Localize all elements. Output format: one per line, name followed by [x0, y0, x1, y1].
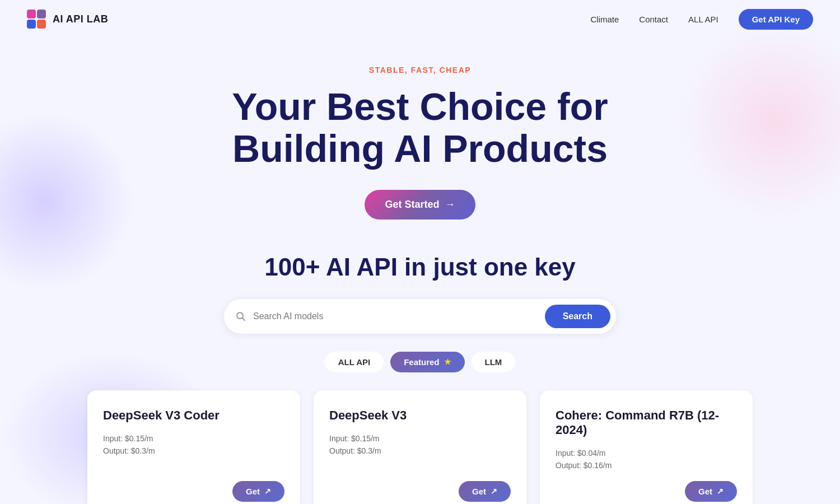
card-title-2: Cohere: Command R7B (12-2024)	[556, 408, 737, 437]
svg-rect-1	[37, 10, 46, 18]
hero-title: Your Best Choice for Building AI Product…	[13, 86, 827, 170]
svg-line-5	[242, 318, 245, 320]
card-pricing-1: Input: $0.15/m Output: $0.3/m	[329, 434, 511, 455]
card-get-button-2[interactable]: Get ↗	[685, 481, 737, 502]
filter-tabs: ALL API Featured ★ LLM	[0, 352, 840, 372]
logo[interactable]: AI API LAB	[27, 10, 108, 30]
search-input[interactable]	[253, 311, 545, 321]
card-get-button-1[interactable]: Get ↗	[459, 481, 511, 502]
card-input-price-0: Input: $0.15/m	[103, 434, 284, 443]
svg-rect-3	[37, 20, 46, 29]
search-button[interactable]: Search	[545, 305, 610, 328]
arrow-icon-1: ↗	[491, 487, 497, 496]
logo-text: AI API LAB	[53, 13, 108, 25]
tab-llm[interactable]: LLM	[472, 352, 516, 372]
card-input-price-1: Input: $0.15/m	[329, 434, 511, 443]
card-pricing-2: Input: $0.04/m Output: $0.16/m	[556, 449, 737, 470]
arrow-icon-0: ↗	[264, 487, 271, 496]
card-deepseek-v3: DeepSeek V3 Input: $0.15/m Output: $0.3/…	[314, 390, 526, 504]
tab-featured[interactable]: Featured ★	[390, 352, 464, 372]
card-output-price-2: Output: $0.16/m	[556, 461, 737, 470]
card-cohere: Cohere: Command R7B (12-2024) Input: $0.…	[540, 390, 753, 504]
hero-section: STABLE, FAST, CHEAP Your Best Choice for…	[0, 39, 840, 242]
hero-tagline: STABLE, FAST, CHEAP	[13, 66, 827, 74]
svg-rect-0	[27, 10, 36, 18]
card-get-button-0[interactable]: Get ↗	[232, 481, 284, 502]
arrow-icon-2: ↗	[717, 487, 724, 496]
nav-contact[interactable]: Contact	[639, 15, 668, 24]
get-api-key-button[interactable]: Get API Key	[739, 9, 813, 30]
cards-container: DeepSeek V3 Coder Input: $0.15/m Output:…	[28, 390, 812, 504]
card-deepseek-coder: DeepSeek V3 Coder Input: $0.15/m Output:…	[87, 390, 300, 504]
nav-climate[interactable]: Climate	[590, 15, 619, 24]
card-title-0: DeepSeek V3 Coder	[103, 408, 284, 423]
svg-rect-2	[27, 20, 36, 29]
nav-all-api[interactable]: ALL API	[688, 15, 718, 24]
section-title: 100+ AI API in just one key	[0, 253, 840, 281]
card-output-price-0: Output: $0.3/m	[103, 446, 284, 455]
star-icon: ★	[444, 357, 451, 366]
search-icon	[235, 311, 246, 322]
navbar: AI API LAB Climate Contact ALL API Get A…	[0, 0, 840, 39]
logo-icon	[27, 10, 47, 30]
search-bar: Search	[224, 299, 616, 334]
tab-all-api[interactable]: ALL API	[325, 352, 384, 372]
card-title-1: DeepSeek V3	[329, 408, 511, 423]
card-pricing-0: Input: $0.15/m Output: $0.3/m	[103, 434, 284, 455]
card-input-price-2: Input: $0.04/m	[556, 449, 737, 458]
card-output-price-1: Output: $0.3/m	[329, 446, 511, 455]
nav-links: Climate Contact ALL API Get API Key	[590, 9, 813, 30]
get-started-button[interactable]: Get Started →	[365, 190, 475, 220]
